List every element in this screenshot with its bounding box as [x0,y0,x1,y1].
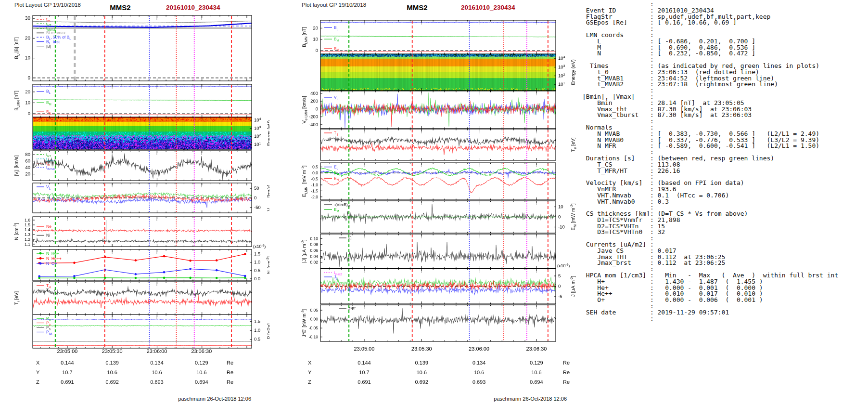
middle-plot-canvas [284,13,579,394]
left-plot-canvas [0,13,269,394]
middle-plot-column: Plot layout GP 19/10/2018 MMS2 20161010_… [284,0,579,405]
info-panel: : Event ID : 20161010_230434 FlagStr : s… [579,0,868,405]
plot-footer: paschmann 26-Oct-2018 12:06 [494,396,567,402]
plot-footer: paschmann 26-Oct-2018 12:06 [178,396,251,402]
event-id: 20161010_230434 [461,4,515,11]
event-id: 20161010_230434 [166,4,220,11]
info-text: : Event ID : 20161010_230434 FlagStr : s… [582,1,868,322]
left-plot-column: Plot Layout GP 19/10/2018 MMS2 20161010_… [0,0,269,405]
